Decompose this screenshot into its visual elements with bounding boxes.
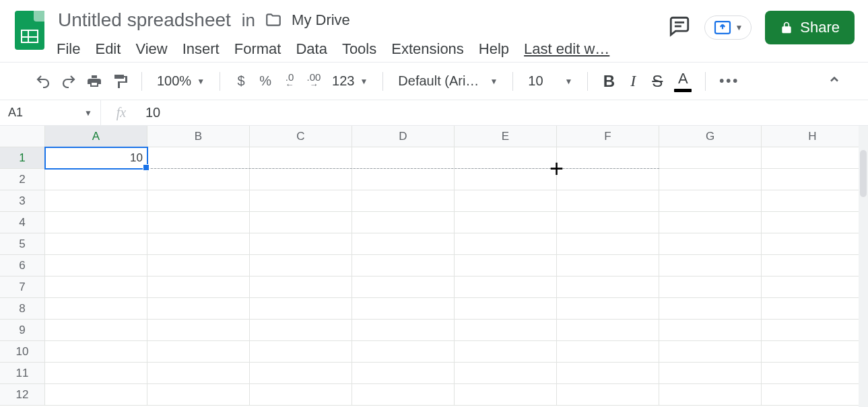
cell-b4[interactable] bbox=[147, 212, 250, 233]
cell-c4[interactable] bbox=[250, 212, 352, 233]
column-header-d[interactable]: D bbox=[352, 126, 455, 147]
cell-g10[interactable] bbox=[659, 341, 762, 363]
cell-d7[interactable] bbox=[352, 276, 455, 298]
cell-a3[interactable] bbox=[45, 190, 147, 212]
cell-f2[interactable] bbox=[557, 169, 659, 190]
cell-a5[interactable] bbox=[45, 233, 147, 255]
column-header-f[interactable]: F bbox=[557, 126, 659, 147]
cell-f5[interactable] bbox=[557, 233, 659, 255]
cell-e6[interactable] bbox=[455, 255, 557, 276]
cell-h5[interactable] bbox=[762, 233, 864, 255]
cell-d9[interactable] bbox=[352, 320, 455, 341]
cell-c7[interactable] bbox=[250, 276, 352, 298]
cell-e2[interactable] bbox=[455, 169, 557, 190]
cell-h7[interactable] bbox=[762, 276, 864, 298]
cell-d2[interactable] bbox=[352, 169, 455, 190]
cell-d8[interactable] bbox=[352, 298, 455, 320]
cell-f11[interactable] bbox=[557, 363, 659, 384]
row-header-9[interactable]: 9 bbox=[0, 320, 45, 341]
collapse-toolbar-button[interactable] bbox=[820, 73, 849, 89]
cell-c3[interactable] bbox=[250, 190, 352, 212]
cell-f4[interactable] bbox=[557, 212, 659, 233]
row-header-7[interactable]: 7 bbox=[0, 276, 45, 298]
column-header-g[interactable]: G bbox=[659, 126, 762, 147]
cell-g11[interactable] bbox=[659, 363, 762, 384]
italic-button[interactable]: I bbox=[623, 70, 643, 93]
undo-button[interactable] bbox=[32, 70, 54, 93]
menu-insert[interactable]: Insert bbox=[182, 40, 220, 58]
cell-b12[interactable] bbox=[147, 384, 250, 406]
cell-g6[interactable] bbox=[659, 255, 762, 276]
cell-f7[interactable] bbox=[557, 276, 659, 298]
cell-a6[interactable] bbox=[45, 255, 147, 276]
folder-name[interactable]: My Drive bbox=[292, 11, 350, 29]
cell-g9[interactable] bbox=[659, 320, 762, 341]
menu-data[interactable]: Data bbox=[296, 40, 327, 58]
row-header-8[interactable]: 8 bbox=[0, 298, 45, 320]
row-header-5[interactable]: 5 bbox=[0, 233, 45, 255]
column-header-c[interactable]: C bbox=[250, 126, 352, 147]
font-size-select[interactable]: 10 ▼ bbox=[524, 73, 576, 89]
cell-d11[interactable] bbox=[352, 363, 455, 384]
cell-e5[interactable] bbox=[455, 233, 557, 255]
menu-help[interactable]: Help bbox=[479, 40, 509, 58]
cell-e7[interactable] bbox=[455, 276, 557, 298]
cell-g2[interactable] bbox=[659, 169, 762, 190]
cell-g1[interactable] bbox=[659, 147, 762, 169]
cell-b5[interactable] bbox=[147, 233, 250, 255]
cell-b3[interactable] bbox=[147, 190, 250, 212]
cell-c8[interactable] bbox=[250, 298, 352, 320]
comments-icon[interactable] bbox=[668, 15, 691, 40]
cell-h3[interactable] bbox=[762, 190, 864, 212]
cell-f8[interactable] bbox=[557, 298, 659, 320]
cell-c1[interactable] bbox=[250, 147, 352, 169]
cell-h11[interactable] bbox=[762, 363, 864, 384]
cell-b9[interactable] bbox=[147, 320, 250, 341]
cell-h2[interactable] bbox=[762, 169, 864, 190]
cell-c2[interactable] bbox=[250, 169, 352, 190]
cell-d3[interactable] bbox=[352, 190, 455, 212]
row-header-1[interactable]: 1 bbox=[0, 147, 45, 169]
document-title[interactable]: Untitled spreadsheet bbox=[57, 9, 232, 31]
cell-f9[interactable] bbox=[557, 320, 659, 341]
paint-format-button[interactable] bbox=[109, 70, 131, 93]
formula-bar[interactable]: 10 bbox=[141, 105, 868, 120]
cell-d4[interactable] bbox=[352, 212, 455, 233]
cell-g7[interactable] bbox=[659, 276, 762, 298]
column-header-h[interactable]: H bbox=[762, 126, 864, 147]
menu-edit[interactable]: Edit bbox=[95, 40, 121, 58]
format-percent-button[interactable]: % bbox=[255, 70, 275, 93]
row-header-4[interactable]: 4 bbox=[0, 212, 45, 233]
strikethrough-button[interactable]: S bbox=[647, 70, 667, 93]
cell-c11[interactable] bbox=[250, 363, 352, 384]
name-box[interactable]: A1 ▼ bbox=[0, 100, 101, 125]
folder-icon[interactable] bbox=[265, 11, 282, 29]
row-header-11[interactable]: 11 bbox=[0, 363, 45, 384]
cell-e8[interactable] bbox=[455, 298, 557, 320]
column-header-a[interactable]: A bbox=[45, 126, 147, 147]
menu-extensions[interactable]: Extensions bbox=[391, 40, 464, 58]
cell-e11[interactable] bbox=[455, 363, 557, 384]
cell-f1[interactable] bbox=[557, 147, 659, 169]
cell-c12[interactable] bbox=[250, 384, 352, 406]
cell-b2[interactable] bbox=[147, 169, 250, 190]
row-header-6[interactable]: 6 bbox=[0, 255, 45, 276]
zoom-select[interactable]: 100% ▼ bbox=[153, 73, 209, 89]
cell-h6[interactable] bbox=[762, 255, 864, 276]
cell-g12[interactable] bbox=[659, 384, 762, 406]
last-edit-link[interactable]: Last edit w… bbox=[524, 40, 609, 58]
row-header-10[interactable]: 10 bbox=[0, 341, 45, 363]
text-color-button[interactable]: A bbox=[671, 70, 694, 92]
redo-button[interactable] bbox=[58, 70, 79, 93]
cell-h9[interactable] bbox=[762, 320, 864, 341]
cell-b1[interactable] bbox=[147, 147, 250, 169]
cell-a12[interactable] bbox=[45, 384, 147, 406]
cell-a1[interactable]: 10 bbox=[45, 147, 147, 169]
bold-button[interactable]: B bbox=[599, 70, 619, 93]
more-toolbar-button[interactable]: ••• bbox=[716, 70, 742, 93]
select-all-corner[interactable] bbox=[0, 126, 45, 147]
cell-a2[interactable] bbox=[45, 169, 147, 190]
cell-c9[interactable] bbox=[250, 320, 352, 341]
cell-e3[interactable] bbox=[455, 190, 557, 212]
cell-b10[interactable] bbox=[147, 341, 250, 363]
